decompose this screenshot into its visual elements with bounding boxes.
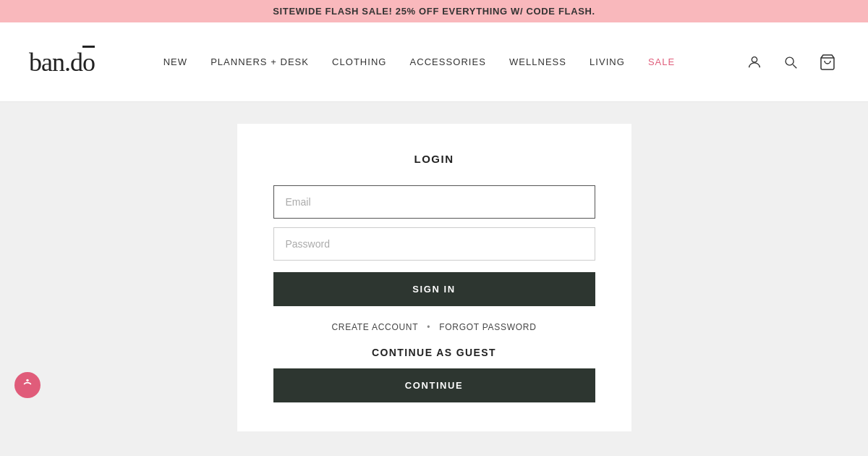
- announcement-text: SITEWIDE FLASH SALE! 25% OFF EVERYTHING …: [273, 6, 595, 17]
- continue-button[interactable]: CONTINUE: [273, 368, 595, 402]
- password-group: [273, 227, 595, 261]
- dot-separator: •: [427, 322, 430, 332]
- svg-point-1: [786, 57, 793, 65]
- account-button[interactable]: [744, 51, 765, 73]
- nav-item-living[interactable]: LIVING: [590, 56, 625, 67]
- nav-item-sale[interactable]: SALE: [648, 56, 675, 67]
- email-input[interactable]: [273, 185, 595, 219]
- site-header: ban.do NEW PLANNERS + DESK CLOTHING ACCE…: [0, 22, 868, 102]
- search-icon: [783, 54, 799, 70]
- accessibility-button[interactable]: [14, 372, 41, 398]
- account-links: CREATE ACCOUNT • FORGOT PASSWORD: [273, 322, 595, 332]
- login-title: LOGIN: [273, 153, 595, 165]
- main-content: LOGIN SIGN IN CREATE ACCOUNT • FORGOT PA…: [0, 102, 868, 449]
- svg-point-4: [26, 379, 28, 381]
- announcement-bar: SITEWIDE FLASH SALE! 25% OFF EVERYTHING …: [0, 0, 868, 22]
- cart-icon: [819, 54, 836, 71]
- password-input[interactable]: [273, 227, 595, 261]
- header-icons: [744, 51, 839, 74]
- nav-item-clothing[interactable]: CLOTHING: [332, 56, 387, 67]
- sign-in-button[interactable]: SIGN IN: [273, 272, 595, 306]
- guest-title: CONTINUE AS GUEST: [273, 347, 595, 358]
- svg-line-2: [793, 64, 796, 68]
- nav-item-planners-desk[interactable]: PLANNERS + DESK: [210, 56, 309, 67]
- forgot-password-link[interactable]: FORGOT PASSWORD: [439, 322, 536, 332]
- nav-item-accessories[interactable]: ACCESSORIES: [410, 56, 486, 67]
- svg-point-0: [752, 56, 757, 62]
- accessibility-icon: [20, 378, 35, 392]
- nav-item-new[interactable]: NEW: [163, 56, 187, 67]
- main-nav: NEW PLANNERS + DESK CLOTHING ACCESSORIES…: [163, 56, 676, 67]
- cart-button[interactable]: [816, 51, 839, 74]
- account-icon: [746, 54, 762, 70]
- create-account-link[interactable]: CREATE ACCOUNT: [331, 322, 418, 332]
- site-logo[interactable]: ban.do: [29, 47, 95, 77]
- email-group: [273, 185, 595, 219]
- search-button[interactable]: [780, 51, 801, 73]
- nav-item-wellness[interactable]: WELLNESS: [509, 56, 566, 67]
- login-card: LOGIN SIGN IN CREATE ACCOUNT • FORGOT PA…: [237, 124, 631, 431]
